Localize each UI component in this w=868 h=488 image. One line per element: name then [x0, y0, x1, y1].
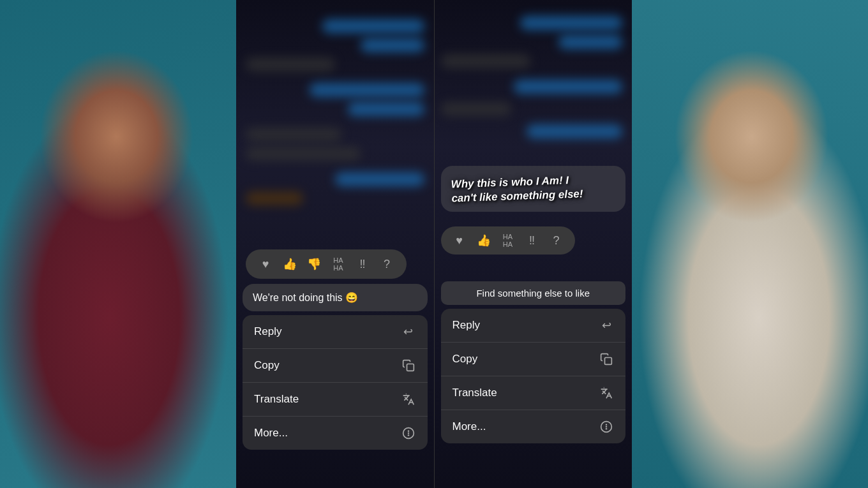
- context-menu-right-container: Find something else to like Reply ↩ Copy: [441, 281, 626, 443]
- menu-item-reply-left-label: Reply: [254, 325, 281, 338]
- person-right: [625, 0, 868, 488]
- message-bubble-left: We're not doing this 😄: [243, 284, 428, 311]
- translate-icon-right: [599, 385, 614, 401]
- menu-item-copy-right-label: Copy: [453, 353, 478, 366]
- reaction-thumbsdown[interactable]: 👎: [304, 255, 324, 274]
- handwritten-text: Why this is who I Am! Ican't like someth…: [451, 172, 616, 206]
- menu-item-reply-right[interactable]: Reply ↩: [441, 309, 626, 343]
- menu-item-copy-left-label: Copy: [254, 359, 280, 372]
- menu-item-translate-right[interactable]: Translate: [441, 376, 626, 410]
- reaction-exclamation-right[interactable]: ‼: [523, 231, 542, 250]
- tooltip-right: Find something else to like: [441, 281, 626, 305]
- reaction-thumbsup[interactable]: 👍: [280, 255, 299, 274]
- menu-item-more-right[interactable]: More...: [441, 410, 626, 443]
- menu-item-reply-left[interactable]: Reply ↩: [243, 315, 428, 349]
- menu-item-more-left[interactable]: More...: [243, 417, 428, 450]
- menu-item-copy-right[interactable]: Copy: [441, 343, 626, 376]
- reaction-haha-right[interactable]: HAHA: [498, 231, 518, 250]
- more-icon-left: [401, 425, 416, 441]
- context-menu-right: Reply ↩ Copy Translate: [441, 309, 626, 443]
- menu-item-reply-right-label: Reply: [453, 319, 480, 332]
- reaction-haha[interactable]: HAHA: [329, 255, 348, 274]
- menu-item-more-left-label: More...: [254, 427, 288, 440]
- reaction-bar-right: ♥ 👍 HAHA ‼ ?: [441, 226, 575, 255]
- menu-item-copy-left[interactable]: Copy: [243, 349, 428, 383]
- reaction-question-right[interactable]: ?: [547, 231, 566, 250]
- reaction-heart[interactable]: ♥: [256, 255, 275, 274]
- handwritten-message-container: Why this is who I Am! Ican't like someth…: [441, 166, 626, 212]
- person-left: [0, 0, 243, 488]
- phone-screen-left: ♥ 👍 👎 HAHA ‼ ? We're not doing this 😄 Re…: [236, 0, 434, 488]
- menu-item-more-right-label: More...: [453, 420, 486, 433]
- menu-item-translate-left-label: Translate: [254, 393, 299, 406]
- reaction-question[interactable]: ?: [377, 255, 396, 274]
- translate-icon-left: [401, 392, 416, 407]
- svg-rect-5: [605, 358, 612, 365]
- reaction-thumbsup-right[interactable]: 👍: [474, 231, 493, 250]
- tooltip-text-right: Find something else to like: [476, 288, 590, 299]
- reaction-bar-right-container: ♥ 👍 HAHA ‼ ?: [441, 226, 575, 255]
- reaction-bar-left: ♥ 👍 👎 HAHA ‼ ?: [246, 249, 407, 279]
- svg-rect-0: [407, 364, 414, 371]
- copy-icon-right: [599, 351, 614, 367]
- phone-screen-right: Why this is who I Am! Ican't like someth…: [434, 0, 632, 488]
- more-icon-right: [599, 419, 614, 434]
- phones-container: ♥ 👍 👎 HAHA ‼ ? We're not doing this 😄 Re…: [236, 0, 632, 488]
- reply-icon-left: ↩: [401, 324, 416, 339]
- context-menu-left: Reply ↩ Copy Translate: [243, 315, 428, 450]
- reaction-exclamation[interactable]: ‼: [353, 255, 372, 274]
- handwritten-bubble: Why this is who I Am! Ican't like someth…: [441, 166, 626, 212]
- context-menu-left-container: ♥ 👍 👎 HAHA ‼ ? We're not doing this 😄 Re…: [243, 249, 428, 450]
- message-text-left: We're not doing this 😄: [253, 292, 358, 304]
- copy-icon-left: [401, 358, 416, 373]
- reply-icon-right: ↩: [599, 318, 614, 333]
- reaction-heart-right[interactable]: ♥: [450, 231, 469, 250]
- menu-item-translate-right-label: Translate: [453, 387, 497, 399]
- menu-item-translate-left[interactable]: Translate: [243, 383, 428, 417]
